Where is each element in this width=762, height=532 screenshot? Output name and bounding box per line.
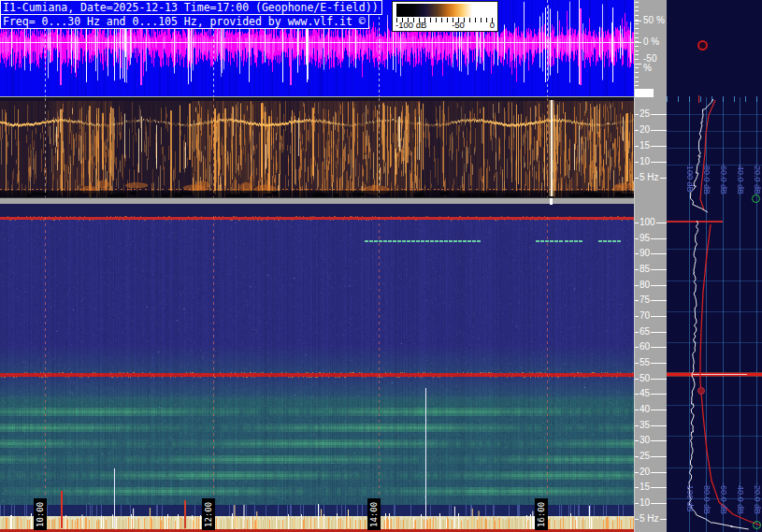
db-tick-label: -20.0 dB (753, 163, 762, 194)
frequency-tick-label: 80 (635, 280, 667, 290)
amplitude-tick-label: 50 % (635, 16, 667, 25)
red-circle-marker (697, 40, 708, 50)
db-tick-label: -80.0 dB (702, 482, 712, 514)
title-line-2: Freq= 0...30 Hz and 0...105 Hz, provided… (0, 14, 369, 29)
frequency-tick-label: 15 (635, 141, 667, 151)
frequency-tick-label: 10 (635, 498, 667, 508)
frequency-tick-label: 100 (635, 218, 667, 227)
green-circle-marker-upper (752, 194, 760, 203)
vlf-monitor-screen: I1-Cumiana, Date=2025-12-13 Time=17:00 (… (0, 0, 762, 532)
frequency-tick-label: 70 (635, 311, 667, 321)
panel-separator-top (0, 96, 634, 98)
db-tick-label: -20.0 dB (753, 482, 762, 514)
frequency-tick-label: 95 (635, 234, 667, 243)
colorbar-max-label: 0 (490, 20, 495, 30)
frequency-tick-label: 40 (635, 405, 667, 414)
frequency-tick-label: 5 Hz (635, 514, 667, 524)
time-tick-label: 12:00 (202, 498, 215, 530)
frequency-tick-label: 10 (635, 157, 667, 166)
db-tick-label: -100 dB (685, 163, 695, 193)
spectrum-plot (667, 0, 762, 532)
colorbar-mid-label: -50 (452, 20, 465, 30)
title-line-1: I1-Cumiana, Date=2025-12-13 Time=17:00 (… (0, 0, 382, 15)
frequency-tick-label: 5 Hz (635, 173, 667, 182)
frequency-tick-label: 90 (635, 249, 667, 258)
frequency-tick-label: 35 (635, 421, 667, 430)
separator-event-notch (550, 198, 553, 205)
db-colorbar: -100 dB -50 0 (392, 1, 498, 32)
geophone-spectrogram-plot (0, 98, 634, 197)
db-tick-label: -40.0 dB (736, 482, 745, 514)
frequency-tick-label: 50 (635, 374, 667, 383)
dark-red-dot-marker (697, 387, 705, 395)
efield-spectrogram-plot (0, 204, 634, 532)
db-tick-label: -60.0 dB (719, 163, 728, 194)
colorbar-labels: -100 dB -50 0 (395, 20, 495, 30)
frequency-tick-label: 65 (635, 327, 667, 337)
panel-separator-middle (0, 197, 667, 204)
time-tick-label: 10:00 (34, 498, 47, 530)
db-tick-label: -60.0 dB (719, 482, 728, 514)
amplitude-tick-label: 0 % (635, 37, 667, 47)
frequency-tick-label: 25 (635, 452, 667, 461)
frequency-tick-label: 60 (635, 342, 667, 352)
frequency-tick-label: 25 (635, 109, 667, 119)
frequency-tick-label: 20 (635, 125, 667, 135)
spectrum-side-panel: -100 dB-80.0 dB-60.0 dB-40.0 dB-20.0 dB … (667, 0, 762, 532)
green-circle-marker-lower (753, 521, 761, 529)
scale-white-notch (635, 89, 654, 97)
frequency-scale-strip: 50 %0 %-50 % 252015105 Hz 10095908580757… (634, 0, 667, 532)
frequency-tick-label: 55 (635, 358, 667, 367)
frequency-tick-label: 20 (635, 467, 667, 477)
db-tick-label: -40.0 dB (736, 163, 745, 194)
frequency-tick-label: 75 (635, 295, 667, 305)
time-tick-label: 16:00 (535, 498, 548, 530)
db-tick-label: -100 dB (685, 482, 695, 512)
frequency-tick-label: 45 (635, 389, 667, 398)
colorbar-gradient (396, 4, 494, 17)
frequency-tick-label: 85 (635, 265, 667, 274)
frequency-tick-label: 15 (635, 482, 667, 492)
colorbar-min-label: -100 dB (395, 20, 426, 30)
frequency-tick-label: 30 (635, 436, 667, 445)
db-tick-label: -80.0 dB (702, 163, 712, 194)
time-tick-label: 14:00 (367, 498, 381, 530)
amplitude-tick-label: -50 % (635, 54, 667, 73)
